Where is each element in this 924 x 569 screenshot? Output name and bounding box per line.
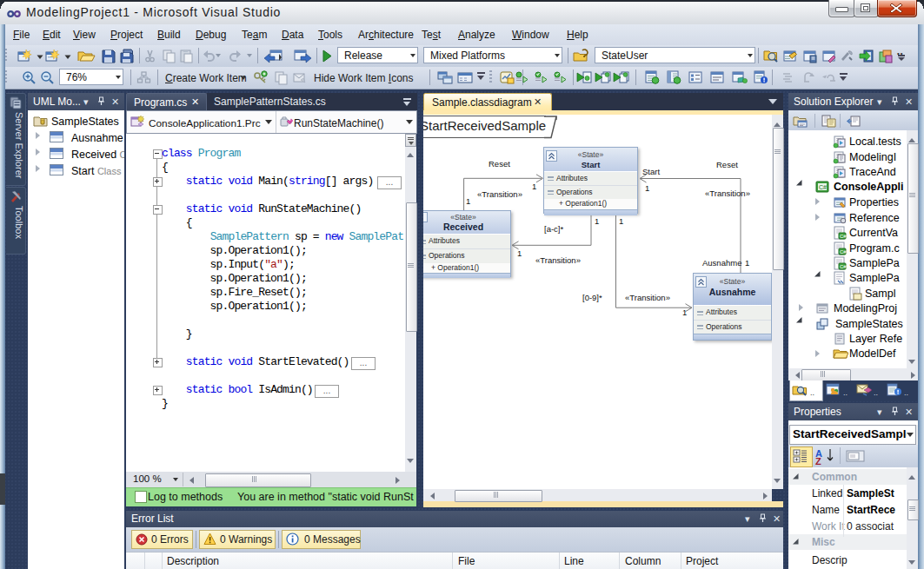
svg-text:C#: C# bbox=[840, 234, 847, 239]
svg-text:C#: C# bbox=[840, 249, 847, 255]
svg-text:C#: C# bbox=[840, 264, 847, 269]
svg-text:C#: C# bbox=[819, 184, 827, 190]
